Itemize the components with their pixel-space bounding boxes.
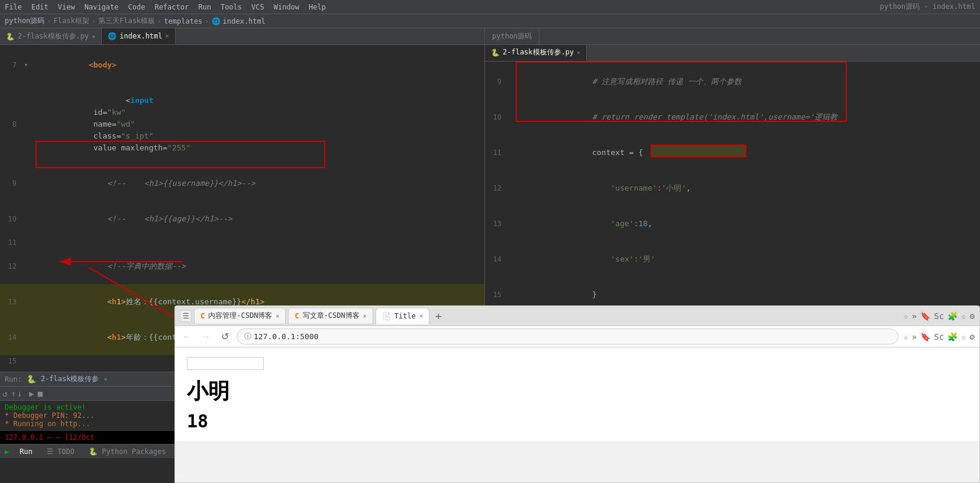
breadcrumb-current[interactable]: index.html (223, 17, 266, 25)
browser-toolbar-settings[interactable]: ⚙ (970, 332, 975, 342)
csdn-manage-favicon: C (200, 312, 205, 320)
browser-sc-label: Sc (934, 311, 944, 321)
browser-toolbar-fav[interactable]: ☆ (961, 332, 966, 342)
menu-run[interactable]: Run (198, 3, 211, 11)
terminal-line: 127.0.0.1 – – [12/Oct (5, 433, 95, 442)
browser-tab-title[interactable]: 📄 Title ✕ (376, 308, 429, 324)
browser-tab-csdn-manage[interactable]: C 内容管理-CSDN博客 ✕ (194, 308, 286, 324)
browser-page-content: 小明 18 (175, 347, 979, 441)
browser-overlay: ☰ C 内容管理-CSDN博客 ✕ C 写文章-CSDN博客 ✕ 📄 Title… (174, 305, 980, 483)
tab-index-html-label: index.html (119, 32, 162, 40)
right-panel-title: python源码 (485, 28, 539, 44)
breadcrumb-item-5-icon: 🌐 (212, 17, 221, 25)
browser-toolbar-sc: Sc (934, 332, 944, 342)
browser-name-display: 小明 (187, 377, 968, 406)
breadcrumb-item-2[interactable]: Flask框架 (54, 16, 89, 26)
browser-toolbar-more[interactable]: » (912, 332, 917, 342)
tab-flask-py[interactable]: 🐍 2-flask模板传参.py ✕ (0, 28, 102, 44)
breadcrumb-item-4[interactable]: templates (164, 17, 202, 25)
tab-flask-py-close[interactable]: ✕ (92, 33, 95, 40)
menu-bar: File Edit View Navigate Code Refactor Ru… (0, 0, 980, 14)
run-tab-icon: 🐍 (27, 375, 36, 384)
title-tab-close[interactable]: ✕ (419, 313, 423, 319)
menu-code[interactable]: Code (128, 3, 145, 11)
flask-py-right-icon: 🐍 (491, 49, 500, 57)
browser-puzzle-icon[interactable]: 🧩 (947, 311, 958, 321)
breadcrumb-item-3[interactable]: 第三天Flask模板 (98, 16, 155, 26)
csdn-write-close[interactable]: ✕ (363, 313, 367, 319)
tab-index-html[interactable]: 🌐 index.html ✕ (102, 28, 175, 44)
menu-refactor[interactable]: Refactor (154, 3, 189, 11)
csdn-write-favicon: C (295, 312, 299, 320)
nav-forward-button[interactable]: → (199, 330, 213, 344)
code-line-9: 9 <!-- <h1>{{username}}</h1>--> (0, 166, 484, 201)
btab-run[interactable]: Run (14, 447, 38, 456)
new-tab-button[interactable]: + (432, 310, 445, 322)
nav-reload-button[interactable]: ↺ (218, 330, 232, 344)
breadcrumb-item-1[interactable]: python源码 (5, 16, 44, 26)
tab-index-html-close[interactable]: ✕ (166, 33, 169, 39)
browser-star-icon[interactable]: ☆ (903, 311, 908, 321)
browser-search-input[interactable] (187, 357, 264, 370)
tab-flask-py-right-close[interactable]: ✕ (577, 49, 580, 56)
btab-python-packages[interactable]: 🐍 Python Packages (83, 447, 172, 456)
run-tab-close[interactable]: ✕ (104, 376, 107, 382)
url-text: 127.0.0.1:5000 (254, 332, 319, 341)
code-line-11: 11 (0, 237, 484, 249)
run-play-btn[interactable]: ▶ (5, 447, 9, 456)
code-line-12: 12 <!--字典中的数据--> (0, 249, 484, 284)
browser-toolbar-star[interactable]: ☆ (903, 332, 908, 342)
url-security-icon: ⓘ (244, 331, 251, 342)
menu-window[interactable]: Window (274, 3, 299, 11)
browser-input-container (187, 357, 968, 370)
right-panel-header: python源码 (485, 28, 980, 45)
run-stop-icon[interactable]: ■ (38, 389, 43, 398)
tab-flask-py-right-label: 2-flask模板传参.py (503, 47, 574, 57)
right-code-line-11: 11 context = { (485, 135, 980, 170)
browser-toolbar-icons: ☆ » 🔖 Sc 🧩 ☆ ⚙ (903, 332, 975, 342)
browser-settings-icon[interactable]: ⚙ (970, 311, 975, 321)
index-html-icon: 🌐 (108, 32, 117, 40)
menu-navigate[interactable]: Navigate (85, 3, 119, 11)
tab-flask-py-label: 2-flask模板传参.py (18, 31, 89, 41)
browser-toolbar-puzzle[interactable]: 🧩 (947, 332, 958, 342)
right-tabs-bar: 🐍 2-flask模板传参.py ✕ (485, 45, 980, 62)
browser-age-display: 18 (187, 411, 968, 432)
right-code-line-10: 10 # return render_template('index.html'… (485, 99, 980, 135)
menu-help[interactable]: Help (309, 3, 326, 11)
breadcrumb: python源码 › Flask框架 › 第三天Flask模板 › templa… (0, 14, 980, 28)
menu-tools[interactable]: Tools (221, 3, 242, 11)
browser-tab-csdn-write[interactable]: C 写文章-CSDN博客 ✕ (288, 308, 373, 324)
title-tab-label: Title (394, 312, 416, 320)
browser-sidebar-icon[interactable]: ☰ (180, 310, 192, 322)
run-play-icon[interactable]: ▶ (29, 389, 34, 398)
browser-tabs-bar: ☰ C 内容管理-CSDN博客 ✕ C 写文章-CSDN博客 ✕ 📄 Title… (175, 306, 979, 326)
run-up-icon[interactable]: ↑ (11, 389, 15, 398)
browser-chevrons-icon[interactable]: » (912, 311, 917, 321)
menu-view[interactable]: View (58, 3, 75, 11)
csdn-manage-close[interactable]: ✕ (276, 313, 279, 319)
run-down-icon[interactable]: ↓ (17, 389, 22, 398)
csdn-write-label: 写文章-CSDN博客 (303, 311, 360, 321)
menu-edit[interactable]: Edit (31, 3, 48, 11)
tab-flask-py-right[interactable]: 🐍 2-flask模板传参.py ✕ (485, 45, 587, 61)
browser-star2-icon[interactable]: ☆ (961, 311, 966, 321)
browser-bookmark-icon[interactable]: 🔖 (920, 311, 930, 321)
left-tabs-bar: 🐍 2-flask模板传参.py ✕ 🌐 index.html ✕ (0, 28, 484, 45)
run-refresh-icon[interactable]: ↺ (2, 389, 7, 398)
url-bar[interactable]: ⓘ 127.0.0.1:5000 (237, 329, 898, 344)
menu-vcs[interactable]: VCS (251, 3, 264, 11)
window-title: python源码 - index.html (880, 2, 975, 12)
browser-nav-bar: ← → ↺ ⓘ 127.0.0.1:5000 ☆ » 🔖 Sc 🧩 ☆ ⚙ (175, 326, 979, 347)
code-line-8: 8 <input id="kw" name="wd" class="s_ipt"… (0, 83, 484, 166)
right-code-line-14: 14 'sex':'男' (485, 242, 980, 277)
nav-back-button[interactable]: ← (180, 330, 194, 344)
right-code-line-12: 12 'username':'小明', (485, 170, 980, 206)
btab-todo[interactable]: ☰ TODO (41, 447, 80, 456)
menu-file[interactable]: File (5, 3, 22, 11)
run-label: Run: (5, 375, 22, 384)
run-tab-label[interactable]: 2-flask模板传参 (41, 374, 99, 384)
title-tab-favicon: 📄 (382, 312, 391, 320)
browser-toolbar-bookmark2[interactable]: 🔖 (920, 332, 930, 342)
right-code-line-13: 13 'age':18, (485, 206, 980, 242)
